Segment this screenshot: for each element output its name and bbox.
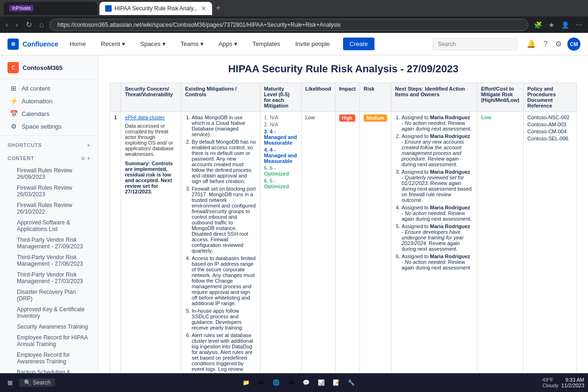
taskbar-teams[interactable]: 💬	[300, 376, 313, 389]
sidebar-item-calendars[interactable]: 📅 Calendars	[2, 108, 96, 120]
add-shortcut-button[interactable]: +	[87, 141, 91, 149]
taskbar-word[interactable]: 📝	[330, 376, 343, 389]
confluence-nav: ⊞ Confluence Home Recent ▾ Spaces ▾ Team…	[0, 33, 588, 55]
sort-content-button[interactable]: ≡	[81, 154, 85, 162]
mitigation-1-5: In-house apps follow SSDLC process and g…	[191, 308, 256, 331]
notifications-button[interactable]: 🔔	[525, 38, 538, 50]
new-tab-button[interactable]: +	[216, 3, 221, 13]
th-policy: Policy and Procedures Document Reference	[523, 83, 576, 112]
taskbar-search[interactable]: 🔍 Search	[19, 378, 55, 387]
sidebar-page-cert[interactable]: Approved Key & Certificate Inventory	[2, 304, 96, 321]
automation-icon: ⚡	[9, 97, 18, 105]
profile-button[interactable]: 👤	[559, 20, 571, 30]
concern-link-1[interactable]: ePHI data-cluster	[125, 115, 177, 120]
url-input[interactable]	[49, 19, 528, 31]
nav-invite[interactable]: Invite people	[291, 38, 334, 49]
sidebar-page-hipaa-training[interactable]: Employee Record for HIPAA Annual Trainin…	[2, 332, 96, 349]
back-button[interactable]: ‹	[4, 19, 10, 31]
sidebar-page-backup[interactable]: Backup Scheduling & Restore Procedure	[2, 367, 96, 373]
search-input[interactable]	[433, 38, 517, 50]
search-icon: 🔍	[24, 379, 31, 386]
grid-icon: ⊞	[9, 85, 18, 92]
sidebar-page-firewall-3[interactable]: Firewall Rules Review 26/10/2022	[2, 200, 96, 217]
maturity-1-6: 6. 5 - Optimized	[264, 178, 289, 189]
mitigation-1-1: Atlas MongoDB in use which is a Cloud Na…	[191, 115, 256, 137]
settings-cog-button[interactable]: ⚙	[553, 38, 564, 50]
sidebar-page-security[interactable]: Security Awareness Training	[2, 322, 96, 332]
policy-ref-1-1: Contoso-NSC-002	[527, 115, 573, 120]
sidebar-page-vendor-2[interactable]: Third-Party Vendor Risk Management - 27/…	[2, 252, 96, 269]
th-effort: Effort/Cost to Mitigate Risk (High/Med/L…	[477, 83, 523, 112]
cell-impact-1: High	[335, 112, 359, 374]
taskbar-extra[interactable]: 🔧	[345, 376, 358, 389]
add-content-button[interactable]: +	[87, 154, 91, 162]
sidebar-page-vendor-3[interactable]: Third-Party Vendor Risk Management - 27/…	[2, 269, 96, 286]
cell-next-steps-1: Assigned to Maria Rodriguez - No action …	[391, 112, 477, 374]
maturity-1-1: 1. N/A	[264, 115, 279, 120]
taskbar-file-explorer[interactable]: 📁	[240, 376, 253, 389]
favorites-button[interactable]: ★	[547, 20, 557, 30]
refresh-button[interactable]: ↻	[24, 18, 34, 31]
cell-mitigations-1: Atlas MongoDB in use which is a Cloud Na…	[181, 112, 260, 374]
sidebar-page-vendor-1[interactable]: Third-Party Vendor Risk Management - 27/…	[2, 235, 96, 252]
nav-recent[interactable]: Recent ▾	[97, 38, 129, 49]
nav-apps[interactable]: Apps ▾	[215, 38, 241, 49]
maturity-1-5: 5. 5 - Optimized	[264, 165, 289, 177]
address-bar: ‹ › ↻ ⌂ 🧩 ★ 👤 ⋯	[0, 16, 588, 33]
calendar-icon: 📅	[9, 110, 18, 117]
sidebar-page-drp[interactable]: Disaster Recovery Plan (DRP)	[2, 287, 96, 304]
mitigation-1-2: By default MongoDB has no enabled access…	[191, 139, 256, 184]
nav-home[interactable]: Home	[66, 38, 90, 49]
tab-hipaa[interactable]: HIPAA Security Rule Risk Analy... ✕	[99, 2, 212, 15]
avatar[interactable]: CM	[567, 38, 580, 51]
sidebar-divider-1	[0, 79, 98, 79]
taskbar-store[interactable]: 🛍	[285, 376, 298, 389]
sidebar-page-software[interactable]: Approved Software & Applications List	[2, 217, 96, 234]
tab-inprivate[interactable]: InPrivate	[4, 2, 98, 15]
th-impact: Impact	[335, 83, 359, 112]
logo-text: Confluence	[23, 40, 58, 48]
th-next-steps: Next Steps: Identified Action Items and …	[391, 83, 477, 112]
policy-ref-1-3: Contoso-CM-004	[527, 129, 573, 134]
policy-ref-1-2: Contoso-AM-003	[527, 122, 573, 127]
row-number-1: 1	[110, 112, 121, 374]
extensions-button[interactable]: 🧩	[532, 20, 544, 30]
nav-teams[interactable]: Teams ▾	[177, 38, 207, 49]
sidebar-page-firewall-2[interactable]: Firewall Rules Review 26/03/2023	[2, 183, 96, 200]
maturity-1-2: 2. N/A	[264, 122, 279, 127]
taskbar-outlook[interactable]: 📊	[315, 376, 328, 389]
close-icon[interactable]: ✕	[201, 5, 206, 12]
sidebar-page-firewall-1[interactable]: Firewall Rules Review 26/09/2023	[2, 165, 96, 182]
nav-spaces[interactable]: Spaces ▾	[137, 38, 169, 49]
workspace-header[interactable]: C ContosoM365	[0, 59, 98, 76]
temperature: 49°F	[542, 377, 558, 383]
date-display: 11/2/2023	[561, 383, 584, 388]
settings-button[interactable]: ⋯	[574, 20, 584, 30]
taskbar-browser[interactable]: 🌐	[270, 376, 283, 389]
sidebar-item-space-settings[interactable]: ⚙ Space settings	[2, 120, 96, 132]
th-risk: Risk	[359, 83, 391, 112]
home-button[interactable]: ⌂	[38, 19, 46, 31]
step-1-6: Assigned to Maria Rodriguez - No action …	[402, 254, 473, 270]
sidebar-item-automation[interactable]: ⚡ Automation	[2, 95, 96, 107]
step-1-4: Assigned to Maria Rodriguez - No action …	[402, 205, 473, 222]
step-1-1: Assigned to Maria Rodriguez - No action …	[402, 115, 473, 131]
create-button[interactable]: Create	[343, 38, 374, 50]
effort-value-1: Low	[481, 115, 491, 120]
tab-bar: InPrivate HIPAA Security Rule Risk Analy…	[0, 0, 588, 16]
sidebar-page-awareness[interactable]: Employee Record for Awareness Training	[2, 350, 96, 367]
help-button[interactable]: ?	[542, 38, 550, 50]
nav-templates[interactable]: Templates	[249, 38, 284, 49]
start-button[interactable]: ⊞	[4, 377, 16, 388]
forward-button[interactable]: ›	[14, 19, 20, 31]
concern-body-1: Data accessed or corrupted by threat act…	[125, 123, 177, 157]
taskbar-mail[interactable]: ✉	[255, 376, 268, 389]
sidebar-item-label: Calendars	[22, 110, 49, 117]
workspace-name: ContosoM365	[23, 64, 62, 71]
sidebar-item-label: Automation	[22, 98, 53, 105]
browser-actions: 🧩 ★ 👤 ⋯	[532, 20, 584, 30]
weather-info: 49°F Cloudy	[542, 377, 558, 388]
nav-icons: 🔔 ? ⚙ CM	[525, 38, 580, 51]
risk-badge-1: Medium	[364, 115, 387, 122]
sidebar-item-all-content[interactable]: ⊞ All content	[2, 82, 96, 94]
